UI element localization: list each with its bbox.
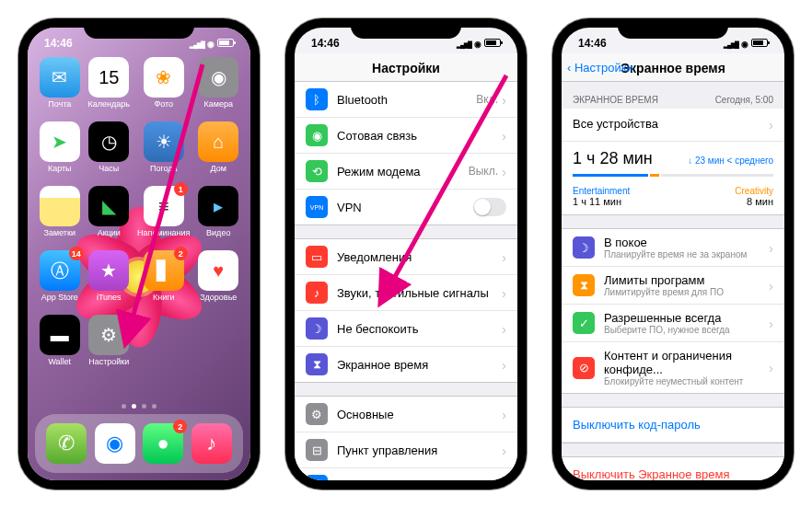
row-subtitle: Лимитируйте время для ПО (604, 287, 769, 297)
row-icon: A (306, 475, 328, 480)
app-icon[interactable]: ⚙1Настройки (88, 315, 131, 366)
chevron-icon: › (502, 443, 506, 458)
app-icon[interactable]: ☀Погода (137, 121, 190, 173)
disable-screentime[interactable]: Выключить Экранное время (562, 457, 784, 480)
chevron-icon: › (502, 285, 506, 301)
app-icon[interactable]: ≡1Напоминания (137, 186, 190, 237)
row-icon: ▭ (306, 246, 328, 268)
row-subtitle: Выберите ПО, нужное всегда (604, 325, 769, 335)
chevron-icon: › (502, 92, 506, 108)
app-icon[interactable]: ♥Здоровье (197, 250, 239, 302)
app-label: Камера (204, 99, 233, 109)
total-time: 1 ч 28 мин (573, 149, 653, 168)
dock: ✆◉●2♪ (35, 414, 243, 473)
app-icon[interactable]: ▬Wallet (39, 315, 81, 366)
chevron-icon: › (769, 278, 773, 294)
settings-row[interactable]: ⚙Основные› (295, 397, 517, 432)
cat1-val: 1 ч 11 мин (573, 196, 630, 207)
row-icon: ᛒ (306, 88, 328, 110)
nav-title: Экранное время (621, 61, 725, 75)
usage-bar (562, 172, 784, 182)
toggle[interactable] (473, 198, 506, 216)
phone-settings: 14:46 Настройки ᛒBluetoothВкл.›◉Сотовая … (285, 18, 527, 490)
safari-icon[interactable]: ◉ (95, 423, 135, 464)
row-label: Уведомления (337, 250, 502, 264)
row-subtitle: Блокируйте неуместный контент (604, 376, 769, 386)
app-icon[interactable]: ▸Видео (197, 186, 239, 237)
app-label: Календарь (88, 99, 130, 109)
cat2-val: 8 мин (735, 196, 773, 207)
app-icon[interactable]: ◣Акции (88, 186, 131, 237)
row-label: Не беспокоить (337, 322, 502, 336)
app-label: App Store (41, 293, 78, 302)
app-icon[interactable]: ⌂Дом (197, 121, 239, 173)
row-label: Звуки, тактильные сигналы (337, 286, 502, 300)
screentime-option[interactable]: ☽В покоеПланируйте время не за экраном› (562, 229, 784, 267)
cat1-name: Entertainment (573, 186, 630, 196)
app-icon[interactable]: 15Календарь (88, 57, 131, 109)
app-label: Здоровье (200, 293, 237, 302)
chevron-icon: › (502, 321, 506, 337)
settings-row[interactable]: ᛒBluetoothВкл.› (295, 82, 517, 118)
status-icons (190, 37, 234, 50)
screentime-option[interactable]: ⊘Контент и ограничения конфиде...Блокиру… (562, 342, 784, 393)
screentime-option[interactable]: ✓Разрешенные всегдаВыберите ПО, нужное в… (562, 305, 784, 342)
status-icons (724, 37, 768, 50)
app-icon[interactable]: ◉Камера (197, 57, 239, 109)
settings-row[interactable]: ☽Не беспокоить› (295, 311, 517, 347)
row-value: Выкл. (469, 165, 498, 178)
app-icon[interactable]: ★iTunes (88, 250, 131, 302)
row-icon: ⟲ (306, 160, 328, 182)
row-label: Режим модема (337, 165, 469, 179)
status-time: 14:46 (311, 37, 340, 50)
messages-icon[interactable]: ●2 (143, 423, 183, 464)
app-label: Wallet (48, 357, 71, 366)
section-date: Сегодня, 5:00 (715, 95, 773, 105)
settings-row[interactable]: ▭Уведомления› (295, 239, 517, 275)
app-label: Акции (98, 228, 121, 237)
app-icon[interactable]: ❀Фото (137, 57, 190, 109)
phone-home: 14:46 ✉Почта15Календарь❀Фото◉Камера➤Карт… (18, 18, 260, 490)
phone-icon[interactable]: ✆ (46, 423, 87, 464)
screentime-option[interactable]: ⧗Лимиты программЛимитируйте время для ПО… (562, 267, 784, 305)
notch (618, 18, 728, 39)
row-icon: VPN (306, 196, 328, 218)
row-label: Экранное время (337, 358, 502, 372)
chevron-icon: › (769, 240, 773, 256)
nav-title: Настройки (295, 53, 517, 82)
chevron-icon: › (502, 407, 506, 422)
settings-row[interactable]: ⧗Экранное время› (295, 347, 517, 382)
app-label: Книги (153, 293, 175, 302)
disable-passcode[interactable]: Выключить код-пароль (562, 408, 784, 443)
row-subtitle: Планируйте время не за экраном (604, 249, 769, 259)
app-icon[interactable]: Заметки (39, 186, 81, 237)
row-label: Разрешенные всегда (604, 311, 769, 325)
app-icon[interactable]: Ⓐ14App Store (39, 250, 81, 302)
app-icon[interactable]: ✉Почта (39, 57, 81, 109)
row-value: Вкл. (476, 93, 498, 106)
row-icon: ⚙ (306, 403, 328, 425)
avg-delta: ↓ 23 мин < среднего (688, 156, 773, 166)
row-label: Экран и яркость (337, 479, 502, 481)
music-icon[interactable]: ♪ (191, 423, 232, 464)
chevron-icon: › (769, 360, 773, 375)
row-icon: ⧗ (306, 353, 328, 375)
settings-row[interactable]: VPNVPN (295, 190, 517, 225)
app-label: Фото (154, 99, 173, 109)
app-icon[interactable]: ◷Часы (88, 121, 131, 173)
notch (351, 18, 461, 39)
app-icon[interactable]: ▋2Книги (137, 250, 190, 302)
back-button[interactable]: ‹ Настройки (567, 61, 633, 75)
settings-row[interactable]: ⊟Пункт управления› (295, 432, 517, 468)
settings-row[interactable]: ♪Звуки, тактильные сигналы› (295, 275, 517, 311)
app-label: Почта (48, 99, 71, 109)
row-label: Сотовая связь (337, 129, 502, 143)
all-devices-row[interactable]: Все устройства› (562, 109, 784, 142)
settings-row[interactable]: AЭкран и яркость› (295, 468, 517, 480)
row-label: Лимиты программ (604, 273, 769, 287)
app-icon[interactable]: ➤Карты (39, 121, 81, 173)
page-indicator[interactable] (28, 404, 250, 409)
settings-row[interactable]: ◉Сотовая связь› (295, 118, 517, 154)
phone-screentime: 14:46 ‹ Настройки Экранное время ЭКРАННО… (552, 18, 794, 490)
settings-row[interactable]: ⟲Режим модемаВыкл.› (295, 154, 517, 190)
